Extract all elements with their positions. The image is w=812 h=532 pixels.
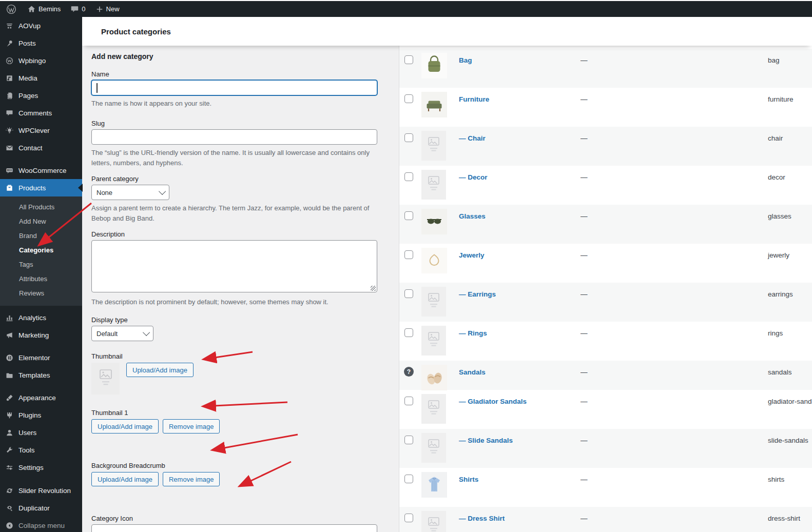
row-checkbox[interactable] — [404, 172, 413, 181]
name-help: The name is how it appears on your site. — [91, 98, 377, 109]
sidebar-item-appearance[interactable]: Appearance — [0, 389, 82, 406]
category-description: — — [581, 212, 588, 220]
category-name-link[interactable]: — Rings — [459, 329, 487, 337]
sidebar-item-slider-revolution[interactable]: Slider Revolution — [0, 482, 82, 499]
sidebar-item-analytics[interactable]: Analytics — [0, 309, 82, 326]
category-row-dress-shirt: — Dress Shirt—dress-shirt — [399, 507, 812, 532]
sidebar-item-settings[interactable]: Settings — [0, 459, 82, 476]
help-icon[interactable]: ? — [404, 367, 414, 377]
category-description: — — [581, 329, 588, 337]
sidebar-item-products[interactable]: Products — [0, 179, 82, 196]
category-slug: dress-shirt — [768, 515, 800, 522]
new-button[interactable]: New — [91, 1, 125, 17]
display-type-select[interactable]: Default — [91, 326, 153, 341]
category-name-link[interactable]: Bag — [459, 56, 472, 64]
thumbnail1-upload-button[interactable]: Upload/Add image — [91, 419, 159, 434]
category-name-link[interactable]: — Slide Sandals — [459, 437, 513, 444]
comments-indicator[interactable]: 0 — [66, 1, 90, 17]
row-checkbox[interactable] — [404, 514, 413, 522]
resize-handle-icon[interactable] — [371, 286, 376, 291]
category-name-link[interactable]: — Earrings — [459, 290, 496, 298]
parent-category-select[interactable]: None — [91, 185, 169, 200]
category-name-link[interactable]: Glasses — [459, 212, 486, 220]
submenu-item-add-new[interactable]: Add New — [0, 214, 82, 229]
row-checkbox[interactable] — [404, 397, 413, 405]
sidebar-item-pages[interactable]: Pages — [0, 87, 82, 104]
menu-section: AOVupPostsWpbingoMediaPagesCommentsWPCle… — [0, 17, 82, 156]
description-textarea[interactable] — [91, 240, 377, 292]
sidebar-item-templates[interactable]: Templates — [0, 366, 82, 384]
category-icon-label: Category Icon — [91, 515, 377, 522]
row-checkbox[interactable] — [404, 436, 413, 444]
submenu-item-all-products[interactable]: All Products — [0, 200, 82, 214]
site-name: Bemins — [38, 5, 61, 13]
row-checkbox[interactable] — [404, 55, 413, 64]
menu-section: ElementorTemplates — [0, 349, 82, 384]
category-icon-input[interactable] — [91, 524, 377, 532]
row-checkbox[interactable] — [404, 475, 413, 483]
submenu-item-reviews[interactable]: Reviews — [0, 286, 82, 301]
breadcrumb-remove-button[interactable]: Remove image — [163, 472, 220, 486]
category-description: — — [581, 515, 588, 522]
submenu-item-attributes[interactable]: Attributes — [0, 272, 82, 286]
image-placeholder-icon — [421, 131, 446, 163]
row-checkbox[interactable] — [404, 94, 413, 103]
name-input[interactable] — [91, 80, 377, 95]
category-name-link[interactable]: Furniture — [459, 95, 489, 103]
sidebar-item-wpbingo[interactable]: Wpbingo — [0, 52, 82, 69]
slug-input[interactable] — [91, 129, 377, 145]
row-checkbox[interactable] — [404, 328, 413, 337]
submenu-item-categories[interactable]: Categories — [0, 243, 82, 258]
sidebar-item-tools[interactable]: Tools — [0, 441, 82, 459]
row-checkbox[interactable] — [404, 250, 413, 259]
image-placeholder-icon — [421, 170, 446, 202]
sidebar-item-contact[interactable]: Contact — [0, 139, 82, 156]
collapse-icon — [5, 521, 13, 529]
sidebar-item-aovup[interactable]: AOVup — [0, 17, 82, 34]
pin-icon — [5, 39, 13, 47]
category-name-link[interactable]: — Gladiator Sandals — [459, 398, 527, 405]
category-name-link[interactable]: Sandals — [459, 368, 486, 376]
wordpress-logo-icon[interactable] — [0, 1, 23, 17]
menu-section: WOOWooCommerceProductsAll ProductsAdd Ne… — [0, 162, 82, 306]
sidebar-item-comments[interactable]: Comments — [0, 104, 82, 122]
sidebar-item-media[interactable]: Media — [0, 69, 82, 87]
submenu-item-brand[interactable]: Brand — [0, 229, 82, 243]
category-name-link[interactable]: — Decor — [459, 173, 488, 181]
thumbnail-upload-button[interactable]: Upload/Add image — [126, 363, 194, 377]
chevron-down-icon — [159, 188, 166, 195]
sidebar-item-plugins[interactable]: Plugins — [0, 406, 82, 424]
row-checkbox[interactable] — [404, 211, 413, 220]
sidebar-item-posts[interactable]: Posts — [0, 34, 82, 52]
breadcrumb-label: Background Breadcrumb — [91, 462, 377, 469]
submenu-item-tags[interactable]: Tags — [0, 258, 82, 272]
category-name-link[interactable]: — Chair — [459, 134, 486, 142]
category-slug: slide-sandals — [768, 437, 808, 444]
parent-category-value: None — [96, 189, 112, 196]
category-description: — — [581, 134, 588, 142]
breadcrumb-upload-button[interactable]: Upload/Add image — [91, 472, 159, 486]
row-checkbox[interactable] — [404, 133, 413, 142]
image-placeholder-icon — [421, 511, 446, 532]
category-row-chair: — Chair—chair — [399, 127, 812, 166]
category-name-link[interactable]: — Dress Shirt — [459, 515, 505, 522]
sidebar-item-users[interactable]: Users — [0, 424, 82, 441]
thumbnail-label: Thumbnail — [91, 352, 377, 360]
sidebar-item-collapse-menu[interactable]: Collapse menu — [0, 517, 82, 532]
category-thumbnail — [421, 92, 447, 120]
plus-icon — [96, 6, 103, 13]
gear-icon — [5, 504, 13, 512]
category-name-link[interactable]: Shirts — [459, 476, 478, 483]
sidebar-item-elementor[interactable]: Elementor — [0, 349, 82, 366]
row-checkbox[interactable] — [404, 289, 413, 298]
site-home-link[interactable]: Bemins — [23, 1, 66, 17]
category-name-link[interactable]: Jewerly — [459, 251, 485, 259]
sidebar-item-duplicator[interactable]: Duplicator — [0, 499, 82, 517]
category-row-bag: Bag—bag — [399, 49, 812, 88]
sidebar-item-wpclever[interactable]: WPClever — [0, 122, 82, 139]
category-row-shirts: Shirts—shirts — [399, 468, 812, 507]
category-thumbnail — [421, 248, 447, 275]
thumbnail1-remove-button[interactable]: Remove image — [163, 419, 220, 434]
sidebar-item-marketing[interactable]: Marketing — [0, 326, 82, 344]
sidebar-item-woocommerce[interactable]: WOOWooCommerce — [0, 162, 82, 179]
